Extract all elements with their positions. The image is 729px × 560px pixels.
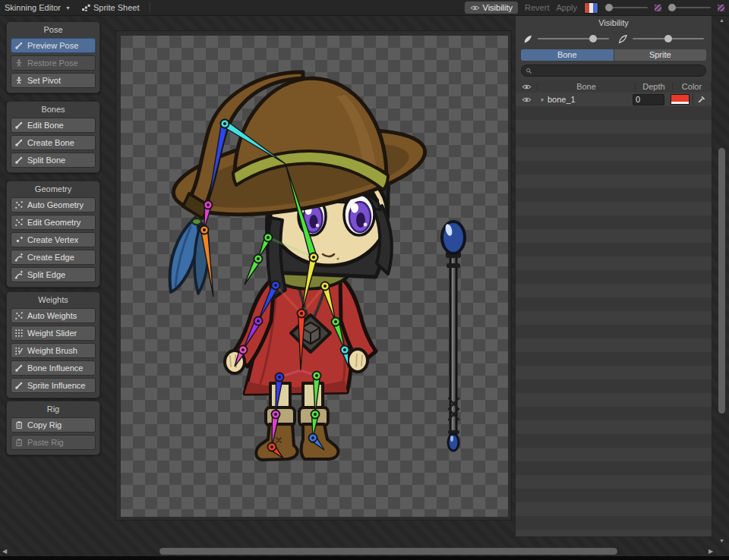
scroll-down-icon[interactable]: ▼ (717, 537, 727, 545)
slider-handle[interactable] (589, 35, 597, 42)
geometry-edit-icon (14, 218, 24, 227)
chevron-down-icon: ▼ (65, 5, 71, 11)
depth-input[interactable] (633, 94, 664, 105)
paste-rig-button[interactable]: Paste Rig (11, 435, 96, 450)
button-label: Weight Slider (27, 329, 77, 338)
expand-triangle-icon[interactable] (537, 96, 548, 103)
bone-gizmo-hat_tip (208, 123, 228, 205)
pose-panel: Pose Preview Pose Restore Pose Set Pivot (6, 21, 100, 93)
pose-panel-title: Pose (11, 24, 96, 36)
skinning-editor-menu[interactable]: Skinning Editor ▼ (5, 3, 71, 12)
column-header-bone: Bone (538, 82, 635, 91)
visibility-panel: Visibility Bone Sprite Bone Depth Col (515, 15, 712, 537)
bone-opacity-slider[interactable] (523, 34, 609, 44)
slider-handle[interactable] (664, 35, 672, 42)
bone-table-row[interactable]: bone_1 (516, 93, 712, 106)
search-input[interactable] (535, 66, 702, 75)
horizontal-scrollbar[interactable]: ◀ ▶ (0, 546, 718, 556)
bone-table-header: Bone Depth Color (516, 80, 712, 93)
texture-swatch-icon[interactable] (584, 2, 598, 14)
edit-bone-button[interactable]: Edit Bone (11, 118, 96, 133)
sprite-influence-button[interactable]: Sprite Influence (11, 378, 96, 393)
button-label: Create Edge (27, 253, 74, 262)
scroll-right-icon[interactable]: ▶ (708, 546, 713, 556)
tab-sprite[interactable]: Sprite (614, 49, 707, 61)
create-edge-button[interactable]: Create Edge (11, 250, 96, 265)
preview-pose-button[interactable]: Preview Pose (11, 38, 96, 53)
copy-rig-icon (14, 420, 24, 429)
visibility-toggle-button[interactable]: Visibility (465, 2, 519, 14)
scroll-up-icon[interactable]: ▲ (717, 17, 727, 24)
bone-list-empty-rows (516, 106, 712, 536)
bone-gizmo-head (286, 164, 317, 258)
toolbar-bone-opacity-slider[interactable] (605, 7, 648, 8)
slider-handle[interactable] (668, 4, 676, 11)
bone-gizmo-hat_band (223, 121, 286, 164)
window-bottom-edge (0, 556, 729, 560)
apply-button[interactable]: Apply (556, 3, 577, 12)
visibility-toggle-label: Visibility (483, 3, 513, 12)
geometry-panel-title: Geometry (11, 184, 96, 195)
button-label: Restore Pose (27, 58, 78, 68)
revert-button[interactable]: Revert (525, 3, 549, 12)
auto-weights-button[interactable]: Auto Weights (11, 308, 96, 323)
eyedropper-icon[interactable] (693, 94, 708, 105)
weight-brush-button[interactable]: Weight Brush (11, 343, 96, 358)
bones-panel-title: Bones (11, 104, 96, 115)
skeleton-overlay[interactable] (121, 36, 508, 517)
edge-split-icon (14, 270, 24, 279)
eye-icon (470, 3, 480, 13)
search-icon (525, 68, 532, 74)
button-label: Preview Pose (27, 41, 78, 50)
bone-gizmo-thigh_r (314, 376, 320, 414)
transparency-checkerboard (121, 36, 508, 517)
bone-edit-icon (14, 121, 24, 130)
scroll-left-icon[interactable]: ◀ (2, 546, 7, 556)
tab-bone[interactable]: Bone (521, 49, 614, 61)
sprite-sheet-icon (81, 3, 90, 12)
split-edge-button[interactable]: Split Edge (11, 267, 96, 282)
set-pivot-button[interactable]: Set Pivot (11, 73, 96, 88)
row-visibility-eye-icon[interactable] (516, 95, 537, 105)
button-label: Split Bone (27, 156, 65, 165)
split-bone-button[interactable]: Split Bone (11, 153, 96, 168)
auto-geometry-button[interactable]: Auto Geometry (11, 197, 96, 212)
button-label: Edit Bone (27, 121, 64, 130)
slider-track (538, 38, 609, 39)
weight-slider-icon (14, 329, 24, 338)
column-header-depth: Depth (636, 82, 672, 91)
horizontal-scrollbar-thumb[interactable] (159, 548, 617, 555)
bone-preview-icon (14, 41, 24, 50)
bone-gizmo-spine (298, 313, 305, 370)
bone-color-swatch[interactable] (671, 94, 690, 105)
create-vertex-button[interactable]: Create Vertex (11, 232, 96, 247)
top-toolbar: Skinning Editor ▼ Sprite Sheet Visibilit… (0, 0, 729, 16)
bone-search-field[interactable] (521, 64, 706, 77)
sprite-opacity-slider[interactable] (618, 34, 704, 44)
paste-rig-icon (14, 438, 24, 447)
weights-auto-icon (14, 311, 24, 320)
toolbar-divider (150, 2, 150, 13)
bone-influence-button[interactable]: Bone Influence (11, 360, 96, 376)
bone-outline-icon (618, 34, 628, 44)
button-label: Copy Rig (27, 420, 62, 429)
sprite-canvas[interactable] (115, 30, 512, 521)
skinning-editor-label: Skinning Editor (5, 3, 61, 12)
toolbar-sprite-opacity-slider[interactable] (668, 7, 711, 8)
figure-pivot-icon (14, 76, 24, 85)
weight-slider-button[interactable]: Weight Slider (11, 326, 96, 341)
restore-pose-button[interactable]: Restore Pose (11, 55, 96, 71)
weight-brush-icon (14, 346, 24, 355)
create-bone-button[interactable]: Create Bone (11, 135, 96, 150)
geometry-auto-icon (14, 200, 24, 209)
vertical-scrollbar[interactable]: ▲ ▼ (717, 15, 727, 545)
bone-create-icon (14, 138, 24, 147)
weights-panel: Weights Auto Weights Weight Slider Weigh… (6, 291, 100, 398)
copy-rig-button[interactable]: Copy Rig (11, 417, 96, 433)
edge-create-icon (14, 253, 24, 262)
edit-geometry-button[interactable]: Edit Geometry (11, 215, 96, 230)
figure-restore-icon (14, 58, 24, 68)
sprite-sheet-tab[interactable]: Sprite Sheet (81, 3, 140, 12)
slider-handle[interactable] (605, 4, 613, 11)
vertical-scrollbar-thumb[interactable] (718, 148, 725, 414)
